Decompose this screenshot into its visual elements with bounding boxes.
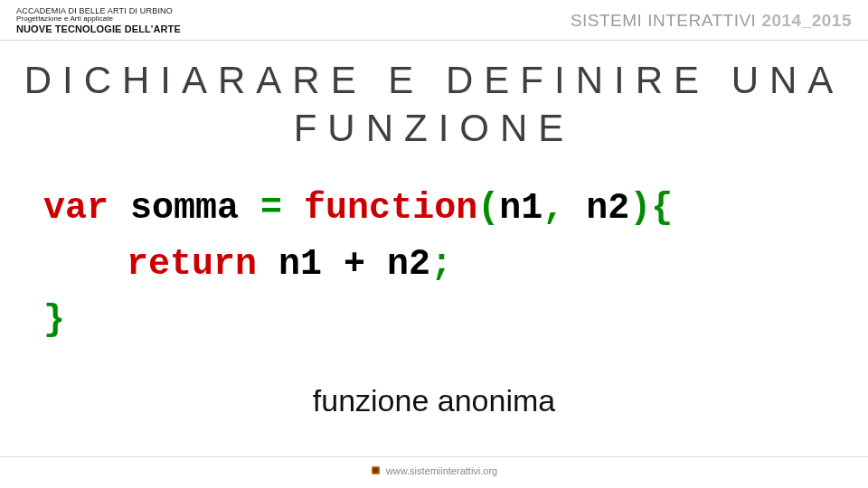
paren-close: )	[629, 188, 651, 229]
slide-footer: www.sistemiinterattivi.org	[0, 456, 868, 479]
code-line-3: }	[43, 293, 868, 349]
keyword-function: function	[304, 188, 477, 229]
institution-line3: NUOVE TECNOLOGIE DELL'ARTE	[16, 24, 181, 35]
svg-rect-1	[373, 468, 379, 474]
operator-plus: +	[344, 244, 365, 285]
footer-logo-icon	[371, 465, 381, 475]
identifier-n1: n1	[278, 244, 322, 285]
keyword-var: var	[43, 188, 108, 229]
footer-url: www.sistemiinterattivi.org	[386, 465, 497, 476]
header-left: ACCADEMIA DI BELLE ARTI DI URBINO Proget…	[16, 7, 181, 34]
course-title: SISTEMI INTERATTIVI	[571, 11, 757, 31]
course-year: 2014_2015	[761, 11, 852, 31]
keyword-return: return	[127, 244, 257, 285]
identifier-n2: n2	[387, 244, 430, 285]
slide-header: ACCADEMIA DI BELLE ARTI DI URBINO Proget…	[0, 0, 868, 41]
header-right: SISTEMI INTERATTIVI 2014_2015	[571, 7, 852, 31]
param-n1: n1	[499, 188, 542, 229]
brace-open: {	[651, 188, 673, 229]
code-line-2: return n1 + n2;	[43, 237, 868, 293]
brace-close: }	[43, 300, 65, 341]
paren-open: (	[477, 188, 499, 229]
param-n2: n2	[586, 188, 629, 229]
institution-line2: Progettazione e Arti applicate	[16, 15, 181, 23]
code-line-1: var somma = function(n1, n2){	[43, 181, 868, 237]
semicolon: ;	[430, 244, 452, 285]
slide-title: DICHIARARE E DEFINIRE UNA FUNZIONE	[0, 57, 868, 152]
comma: ,	[542, 188, 564, 229]
identifier-somma: somma	[130, 188, 239, 229]
code-block: var somma = function(n1, n2){ return n1 …	[43, 181, 868, 349]
caption: funzione anonima	[0, 383, 868, 418]
operator-equals: =	[260, 188, 282, 229]
